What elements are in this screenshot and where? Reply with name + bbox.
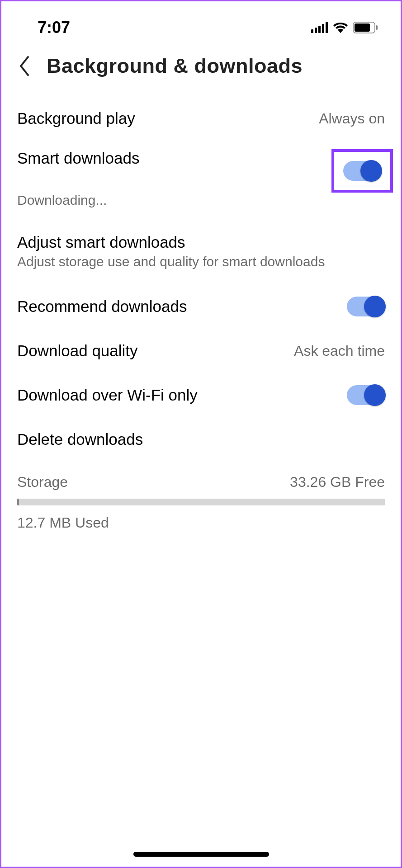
download-quality-row[interactable]: Download quality Ask each time — [1, 329, 401, 373]
toggle-knob — [360, 160, 382, 182]
setting-label: Download quality — [17, 342, 138, 360]
device-frame: 7:07 — [0, 0, 402, 868]
wifi-icon — [333, 22, 348, 33]
svg-rect-6 — [355, 24, 370, 32]
svg-rect-3 — [322, 24, 324, 33]
page-header: Background & downloads — [1, 44, 401, 92]
storage-label: Storage — [17, 474, 68, 491]
wifi-only-toggle[interactable] — [347, 385, 385, 405]
setting-label: Recommend downloads — [17, 297, 187, 316]
back-button[interactable] — [15, 53, 33, 78]
settings-list: Background play Always on Smart download… — [1, 92, 401, 540]
svg-rect-1 — [315, 28, 317, 33]
setting-label: Adjust smart downloads — [17, 233, 185, 251]
home-indicator[interactable] — [133, 852, 269, 857]
storage-header: Storage 33.26 GB Free — [17, 474, 385, 491]
setting-value: Ask each time — [294, 343, 385, 359]
smart-downloads-row[interactable]: Smart downloads — [1, 140, 401, 193]
background-play-row[interactable]: Background play Always on — [1, 97, 401, 140]
setting-label: Delete downloads — [17, 430, 143, 448]
cellular-signal-icon — [311, 22, 328, 33]
storage-bar — [17, 499, 385, 505]
svg-rect-7 — [376, 25, 378, 30]
setting-label: Background play — [17, 109, 135, 127]
recommend-downloads-row[interactable]: Recommend downloads — [1, 280, 401, 329]
delete-downloads-row[interactable]: Delete downloads — [1, 418, 401, 461]
status-bar: 7:07 — [1, 1, 401, 44]
chevron-left-icon — [18, 55, 30, 77]
status-icons — [311, 22, 378, 33]
status-time: 7:07 — [38, 18, 70, 37]
adjust-smart-downloads-row[interactable]: Adjust smart downloads — [1, 219, 401, 251]
smart-downloads-toggle[interactable] — [343, 161, 381, 181]
setting-sublabel: Adjust storage use and quality for smart… — [1, 251, 401, 280]
download-wifi-only-row[interactable]: Download over Wi-Fi only — [1, 373, 401, 418]
highlight-annotation — [331, 149, 393, 193]
storage-free: 33.26 GB Free — [290, 474, 385, 491]
setting-label: Smart downloads — [17, 149, 331, 167]
svg-rect-0 — [311, 29, 313, 33]
battery-icon — [353, 22, 378, 33]
page-title: Background & downloads — [47, 54, 303, 78]
setting-value: Always on — [319, 110, 385, 127]
toggle-knob — [364, 384, 386, 406]
storage-fill — [17, 499, 19, 505]
svg-rect-4 — [326, 22, 328, 33]
storage-section: Storage 33.26 GB Free 12.7 MB Used — [1, 461, 401, 536]
toggle-knob — [364, 296, 386, 317]
svg-rect-2 — [318, 26, 321, 33]
recommend-downloads-toggle[interactable] — [347, 297, 385, 316]
setting-label: Download over Wi-Fi only — [17, 386, 198, 404]
storage-used: 12.7 MB Used — [17, 514, 385, 531]
setting-sublabel: Downloading... — [1, 193, 401, 219]
